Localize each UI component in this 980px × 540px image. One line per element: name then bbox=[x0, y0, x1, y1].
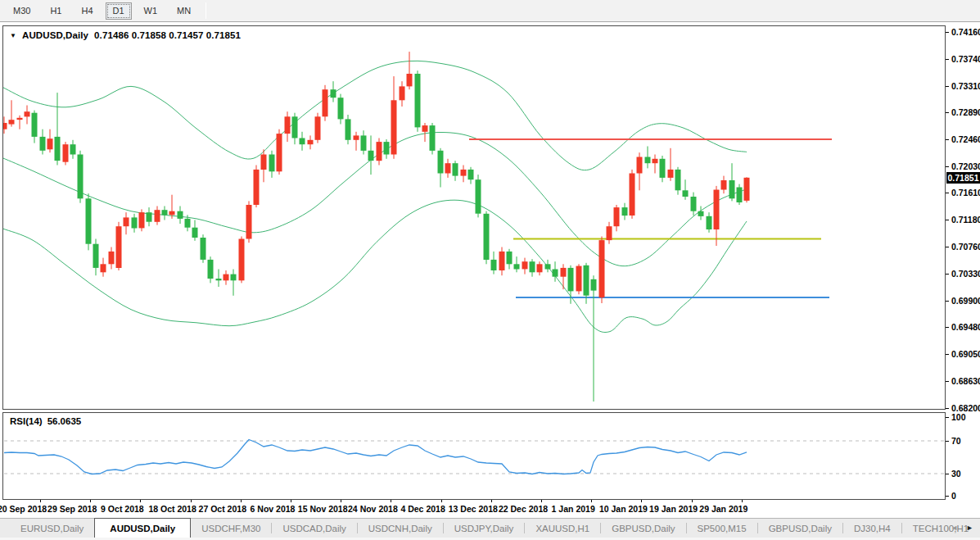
price-axis-tick bbox=[946, 112, 949, 113]
price-axis-tick bbox=[946, 220, 949, 220]
candle-body-bear bbox=[70, 144, 76, 154]
tab-xauusd-h1[interactable]: XAUUSD,H1 bbox=[525, 519, 600, 538]
candle-body-bear bbox=[491, 260, 497, 270]
tab-usdcnh-daily[interactable]: USDCNH,Daily bbox=[358, 519, 443, 538]
candle-body-bull bbox=[721, 180, 727, 190]
candle-body-bull bbox=[445, 163, 451, 173]
candle-body-bear bbox=[622, 207, 628, 216]
candle-body-bear bbox=[430, 125, 436, 151]
timeframe-button-h4[interactable]: H4 bbox=[74, 2, 100, 20]
rsi-line bbox=[4, 440, 747, 474]
candle-body-bear bbox=[729, 180, 735, 198]
date-axis-tick bbox=[140, 500, 141, 502]
tab-dj30-h4[interactable]: DJ30,H4 bbox=[843, 519, 901, 538]
candle-body-bull bbox=[17, 118, 23, 120]
timeframe-buttons: M30H1H4D1W1MN bbox=[0, 0, 980, 22]
price-axis-tick bbox=[946, 86, 949, 87]
candle-body-bear bbox=[384, 142, 390, 154]
tab-scroll-left-icon[interactable]: ◄ bbox=[951, 521, 958, 534]
tab-usdchf-m30[interactable]: USDCHF,M30 bbox=[191, 519, 271, 538]
rsi-chart[interactable] bbox=[3, 413, 945, 499]
timeframe-button-mn[interactable]: MN bbox=[169, 2, 198, 20]
price-axis-label: 0.68630 bbox=[951, 376, 980, 386]
date-axis-label: 27 Oct 2018 bbox=[199, 504, 246, 514]
date-axis-label: 24 Nov 2018 bbox=[348, 504, 398, 514]
rsi-axis-tick bbox=[946, 496, 949, 497]
date-axis-label: 22 Dec 2018 bbox=[499, 504, 548, 514]
bollinger-middle-band bbox=[3, 132, 747, 265]
candle-body-bear bbox=[345, 119, 351, 139]
candle-body-bull bbox=[714, 190, 720, 230]
tab-gbpusd-daily[interactable]: GBPUSD,Daily bbox=[601, 519, 685, 538]
rsi-indicator-window[interactable]: RSI(14) 56.0635 bbox=[2, 412, 946, 500]
price-axis-label: 0.69480 bbox=[951, 322, 980, 332]
rsi-indicator-label: RSI(14) 56.0635 bbox=[10, 416, 81, 426]
rsi-axis-tick bbox=[946, 417, 949, 418]
candle-body-bear bbox=[216, 279, 222, 280]
candle-body-bear bbox=[468, 170, 474, 179]
date-axis-tick bbox=[491, 500, 492, 502]
candle-body-bear bbox=[691, 197, 697, 211]
price-axis-label: 0.69900 bbox=[951, 296, 980, 306]
price-axis-label: 0.72460 bbox=[951, 134, 980, 144]
timeframe-toolbar: M30H1H4D1W1MN bbox=[0, 0, 980, 24]
candle-body-bear bbox=[553, 270, 558, 277]
date-axis-tick bbox=[341, 500, 341, 502]
date-axis-tick bbox=[742, 500, 743, 502]
date-axis-label: 29 Jan 2019 bbox=[699, 504, 747, 514]
candle-body-bear bbox=[269, 155, 275, 172]
price-axis-label: 0.73740 bbox=[951, 54, 980, 64]
candle-body-bear bbox=[192, 228, 198, 238]
price-axis-tick bbox=[946, 193, 949, 193]
candle-body-bull bbox=[239, 239, 245, 281]
candle-body-bull bbox=[607, 226, 612, 240]
candle-body-bear bbox=[338, 98, 344, 119]
candle-body-bear bbox=[438, 151, 444, 174]
timeframe-button-d1[interactable]: D1 bbox=[106, 2, 132, 20]
price-axis-tick bbox=[946, 59, 949, 60]
timeframe-button-m30[interactable]: M30 bbox=[6, 2, 38, 20]
bollinger-lower-band bbox=[3, 200, 747, 332]
date-axis[interactable]: 20 Sep 201829 Sep 20189 Oct 201818 Oct 2… bbox=[2, 500, 946, 518]
candle-body-bear bbox=[331, 89, 336, 98]
candle-body-bull bbox=[407, 74, 413, 86]
candle-body-bull bbox=[630, 174, 635, 216]
price-axis-label: 0.71610 bbox=[951, 188, 980, 197]
timeframe-button-w1[interactable]: W1 bbox=[137, 2, 165, 20]
toolbar-separator bbox=[205, 2, 206, 19]
date-axis-label: 18 Oct 2018 bbox=[148, 504, 196, 514]
candle-body-bull bbox=[400, 86, 405, 100]
price-axis-tick bbox=[946, 247, 949, 247]
price-axis-label: 0.71180 bbox=[951, 215, 980, 225]
price-chart-window[interactable]: ▼ AUDUSD,Daily 0.71486 0.71858 0.71457 0… bbox=[2, 25, 946, 410]
date-axis-label: 10 Jan 2019 bbox=[599, 504, 648, 514]
candle-body-bear bbox=[185, 219, 191, 228]
date-axis-label: 20 Sep 2018 bbox=[0, 504, 47, 514]
tab-scroll-right-icon[interactable]: ► bbox=[966, 521, 973, 534]
tab-usdcad-daily[interactable]: USDCAD,Daily bbox=[272, 519, 356, 538]
date-axis-tick bbox=[441, 500, 442, 502]
price-axis-label: 0.72030 bbox=[951, 161, 980, 171]
candle-body-bull bbox=[461, 170, 467, 176]
date-axis-tick bbox=[641, 500, 642, 502]
rsi-axis-tick bbox=[946, 441, 949, 442]
chart-ohlc-values: 0.71486 0.71858 0.71457 0.71851 bbox=[94, 30, 241, 40]
candle-body-bull bbox=[537, 264, 543, 272]
price-axis-tick bbox=[946, 274, 949, 275]
candlestick-chart[interactable] bbox=[3, 26, 945, 409]
candle-body-bear bbox=[453, 163, 458, 175]
timeframe-button-h1[interactable]: H1 bbox=[43, 2, 69, 20]
candle-body-bull bbox=[101, 264, 106, 272]
candle-body-bull bbox=[422, 125, 428, 132]
price-axis-label: 0.70330 bbox=[951, 269, 980, 279]
tab-sp500-m15[interactable]: SP500,M15 bbox=[687, 519, 757, 538]
candle-body-bear bbox=[231, 275, 237, 281]
tab-eurusd-daily[interactable]: EURUSD,Daily bbox=[10, 519, 94, 538]
tab-audusd-daily-active[interactable]: AUDUSD,Daily bbox=[94, 518, 191, 538]
candle-body-bull bbox=[254, 170, 260, 205]
candle-body-bear bbox=[78, 155, 84, 199]
tab-gbpusd-daily[interactable]: GBPUSD,Daily bbox=[758, 519, 842, 538]
tab-usdjpy-daily[interactable]: USDJPY,Daily bbox=[444, 519, 525, 538]
date-axis-label: 15 Nov 2018 bbox=[298, 504, 348, 514]
candle-body-bear bbox=[584, 265, 589, 296]
